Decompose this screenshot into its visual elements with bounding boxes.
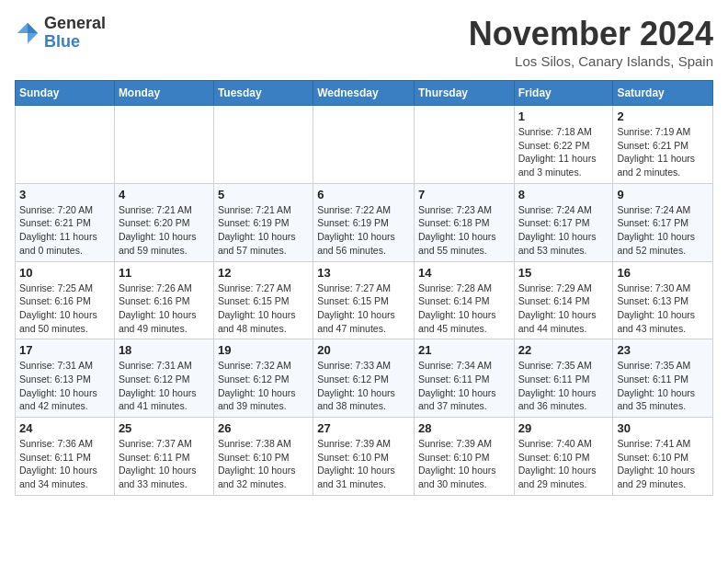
weekday-header-monday: Monday — [114, 81, 213, 106]
day-number: 9 — [617, 188, 709, 201]
day-cell: 19Sunrise: 7:32 AM Sunset: 6:12 PM Dayli… — [213, 339, 313, 418]
calendar: SundayMondayTuesdayWednesdayThursdayFrid… — [15, 80, 713, 496]
day-number: 4 — [119, 188, 210, 201]
week-row-4: 17Sunrise: 7:31 AM Sunset: 6:13 PM Dayli… — [16, 339, 713, 418]
day-info: Sunrise: 7:40 AM Sunset: 6:10 PM Dayligh… — [518, 437, 609, 491]
logo-text: General Blue — [44, 15, 106, 52]
day-info: Sunrise: 7:35 AM Sunset: 6:11 PM Dayligh… — [518, 359, 609, 413]
day-cell: 14Sunrise: 7:28 AM Sunset: 6:14 PM Dayli… — [414, 261, 514, 339]
day-number: 21 — [418, 343, 510, 357]
day-cell: 18Sunrise: 7:31 AM Sunset: 6:12 PM Dayli… — [114, 339, 213, 418]
day-info: Sunrise: 7:22 AM Sunset: 6:19 PM Dayligh… — [317, 203, 410, 258]
day-info: Sunrise: 7:31 AM Sunset: 6:12 PM Dayligh… — [119, 359, 210, 413]
weekday-header-thursday: Thursday — [414, 81, 514, 106]
logo-icon — [15, 20, 40, 46]
day-cell: 26Sunrise: 7:38 AM Sunset: 6:10 PM Dayli… — [213, 418, 313, 496]
day-number: 11 — [119, 266, 210, 280]
day-info: Sunrise: 7:24 AM Sunset: 6:17 PM Dayligh… — [518, 203, 609, 258]
day-cell — [16, 106, 115, 184]
day-info: Sunrise: 7:32 AM Sunset: 6:12 PM Dayligh… — [218, 359, 309, 413]
day-cell: 6Sunrise: 7:22 AM Sunset: 6:19 PM Daylig… — [313, 183, 415, 261]
day-cell: 5Sunrise: 7:21 AM Sunset: 6:19 PM Daylig… — [213, 183, 313, 261]
day-info: Sunrise: 7:31 AM Sunset: 6:13 PM Dayligh… — [19, 359, 110, 413]
day-number: 12 — [218, 266, 309, 280]
day-cell: 24Sunrise: 7:36 AM Sunset: 6:11 PM Dayli… — [16, 418, 115, 496]
day-number: 24 — [19, 421, 110, 435]
day-number: 6 — [317, 188, 410, 201]
day-cell: 1Sunrise: 7:18 AM Sunset: 6:22 PM Daylig… — [514, 106, 613, 184]
day-info: Sunrise: 7:19 AM Sunset: 6:21 PM Dayligh… — [617, 125, 709, 179]
day-cell: 20Sunrise: 7:33 AM Sunset: 6:12 PM Dayli… — [313, 339, 415, 418]
day-info: Sunrise: 7:34 AM Sunset: 6:11 PM Dayligh… — [418, 359, 510, 413]
day-cell: 3Sunrise: 7:20 AM Sunset: 6:21 PM Daylig… — [16, 183, 115, 261]
day-cell — [313, 106, 415, 184]
day-info: Sunrise: 7:38 AM Sunset: 6:10 PM Dayligh… — [218, 437, 309, 491]
day-cell: 11Sunrise: 7:26 AM Sunset: 6:16 PM Dayli… — [114, 261, 213, 339]
day-number: 30 — [617, 421, 709, 435]
day-cell: 25Sunrise: 7:37 AM Sunset: 6:11 PM Dayli… — [114, 418, 213, 496]
day-cell: 30Sunrise: 7:41 AM Sunset: 6:10 PM Dayli… — [613, 418, 713, 496]
day-number: 17 — [19, 343, 110, 357]
week-row-5: 24Sunrise: 7:36 AM Sunset: 6:11 PM Dayli… — [16, 418, 713, 496]
day-number: 8 — [518, 188, 609, 201]
day-cell: 29Sunrise: 7:40 AM Sunset: 6:10 PM Dayli… — [514, 418, 613, 496]
day-cell: 2Sunrise: 7:19 AM Sunset: 6:21 PM Daylig… — [613, 106, 713, 184]
weekday-header-friday: Friday — [514, 81, 613, 106]
week-row-3: 10Sunrise: 7:25 AM Sunset: 6:16 PM Dayli… — [16, 261, 713, 339]
header: General Blue November 2024 Los Silos, Ca… — [15, 15, 713, 69]
day-number: 18 — [119, 343, 210, 357]
day-cell: 27Sunrise: 7:39 AM Sunset: 6:10 PM Dayli… — [313, 418, 415, 496]
day-info: Sunrise: 7:20 AM Sunset: 6:21 PM Dayligh… — [19, 203, 110, 258]
day-number: 25 — [119, 421, 210, 435]
day-cell: 21Sunrise: 7:34 AM Sunset: 6:11 PM Dayli… — [414, 339, 514, 418]
day-number: 22 — [518, 343, 609, 357]
day-number: 16 — [617, 266, 709, 280]
logo-blue-text: Blue — [44, 32, 80, 51]
day-number: 23 — [617, 343, 709, 357]
day-number: 27 — [317, 421, 410, 435]
day-info: Sunrise: 7:41 AM Sunset: 6:10 PM Dayligh… — [617, 437, 709, 491]
day-info: Sunrise: 7:28 AM Sunset: 6:14 PM Dayligh… — [418, 282, 510, 336]
day-cell: 15Sunrise: 7:29 AM Sunset: 6:14 PM Dayli… — [514, 261, 613, 339]
day-number: 7 — [418, 188, 510, 201]
day-number: 14 — [418, 266, 510, 280]
logo-general-text: General — [44, 14, 106, 32]
day-number: 20 — [317, 343, 410, 357]
day-number: 1 — [518, 109, 609, 123]
logo: General Blue — [15, 15, 106, 52]
day-number: 28 — [418, 421, 510, 435]
day-cell: 22Sunrise: 7:35 AM Sunset: 6:11 PM Dayli… — [514, 339, 613, 418]
day-info: Sunrise: 7:36 AM Sunset: 6:11 PM Dayligh… — [19, 437, 110, 491]
day-info: Sunrise: 7:27 AM Sunset: 6:15 PM Dayligh… — [317, 282, 410, 336]
day-info: Sunrise: 7:27 AM Sunset: 6:15 PM Dayligh… — [218, 282, 309, 336]
day-cell — [114, 106, 213, 184]
week-row-2: 3Sunrise: 7:20 AM Sunset: 6:21 PM Daylig… — [16, 183, 713, 261]
weekday-header-row: SundayMondayTuesdayWednesdayThursdayFrid… — [16, 81, 713, 106]
day-info: Sunrise: 7:30 AM Sunset: 6:13 PM Dayligh… — [617, 282, 709, 336]
day-number: 26 — [218, 421, 309, 435]
day-info: Sunrise: 7:21 AM Sunset: 6:19 PM Dayligh… — [218, 203, 309, 258]
day-number: 13 — [317, 266, 410, 280]
week-row-1: 1Sunrise: 7:18 AM Sunset: 6:22 PM Daylig… — [16, 106, 713, 184]
location: Los Silos, Canary Islands, Spain — [469, 53, 713, 69]
day-cell: 12Sunrise: 7:27 AM Sunset: 6:15 PM Dayli… — [213, 261, 313, 339]
day-cell: 28Sunrise: 7:39 AM Sunset: 6:10 PM Dayli… — [414, 418, 514, 496]
svg-marker-1 — [28, 33, 38, 43]
weekday-header-saturday: Saturday — [613, 81, 713, 106]
day-number: 2 — [617, 109, 709, 123]
day-info: Sunrise: 7:23 AM Sunset: 6:18 PM Dayligh… — [418, 203, 510, 258]
weekday-header-sunday: Sunday — [16, 81, 115, 106]
day-info: Sunrise: 7:29 AM Sunset: 6:14 PM Dayligh… — [518, 282, 609, 336]
weekday-header-wednesday: Wednesday — [313, 81, 415, 106]
day-info: Sunrise: 7:39 AM Sunset: 6:10 PM Dayligh… — [418, 437, 510, 491]
day-info: Sunrise: 7:33 AM Sunset: 6:12 PM Dayligh… — [317, 359, 410, 413]
day-info: Sunrise: 7:18 AM Sunset: 6:22 PM Dayligh… — [518, 125, 609, 179]
weekday-header-tuesday: Tuesday — [213, 81, 313, 106]
day-cell — [213, 106, 313, 184]
day-info: Sunrise: 7:25 AM Sunset: 6:16 PM Dayligh… — [19, 282, 110, 336]
day-cell: 4Sunrise: 7:21 AM Sunset: 6:20 PM Daylig… — [114, 183, 213, 261]
day-number: 15 — [518, 266, 609, 280]
title-area: November 2024 Los Silos, Canary Islands,… — [469, 15, 713, 69]
day-number: 5 — [218, 188, 309, 201]
day-info: Sunrise: 7:35 AM Sunset: 6:11 PM Dayligh… — [617, 359, 709, 413]
